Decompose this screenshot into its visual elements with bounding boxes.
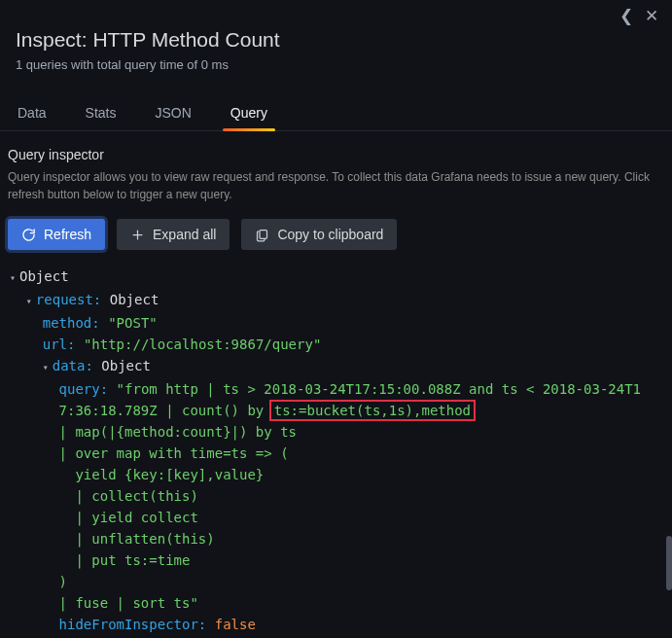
back-icon[interactable]: ❮ — [619, 8, 633, 24]
toggle-icon[interactable]: ▾ — [26, 291, 36, 312]
json-value: | over map with time=ts => ( — [59, 445, 289, 461]
json-key: request: — [36, 292, 101, 307]
json-viewer[interactable]: ▾Object ▾request: Object method: "POST" … — [0, 264, 672, 638]
json-value: | yield collect — [59, 510, 198, 525]
refresh-label: Refresh — [44, 227, 91, 242]
json-key: data: — [53, 358, 93, 373]
refresh-icon — [21, 228, 36, 242]
plus-icon — [130, 228, 145, 242]
json-key: url: — [43, 337, 76, 352]
expand-all-label: Expand all — [153, 227, 216, 242]
tab-query[interactable]: Query — [229, 99, 269, 130]
copy-button[interactable]: Copy to clipboard — [241, 219, 397, 250]
json-value: false — [215, 617, 256, 632]
svg-rect-2 — [260, 230, 267, 238]
refresh-button[interactable]: Refresh — [8, 219, 105, 250]
close-icon[interactable]: ✕ — [645, 8, 658, 24]
json-node: Object — [101, 358, 151, 373]
json-key: hideFromInspector: — [59, 617, 207, 632]
json-value: | unflatten(this) — [59, 531, 215, 547]
toggle-icon[interactable]: ▾ — [10, 267, 19, 289]
drawer-title: Inspect: HTTP Method Count — [16, 28, 656, 52]
highlighted-query-segment: ts:=bucket(ts,1s),method — [272, 403, 473, 418]
json-value: "from http | ts > 2018-03-24T17:15:00.08… — [117, 381, 641, 397]
inspector-description: Query inspector allows you to view raw r… — [0, 168, 672, 219]
json-value: | fuse | sort ts" — [59, 595, 198, 611]
inspector-title: Query inspector — [0, 147, 672, 168]
copy-label: Copy to clipboard — [277, 227, 383, 242]
json-key: query: — [59, 381, 109, 397]
tab-json[interactable]: JSON — [153, 99, 193, 130]
json-value: | collect(this) — [59, 488, 198, 504]
json-node: Object — [110, 292, 159, 307]
json-key: method: — [43, 315, 100, 331]
json-value: ) — [59, 574, 67, 589]
tab-stats[interactable]: Stats — [84, 99, 119, 130]
json-value: yield {key:[key],value} — [59, 467, 265, 482]
json-value: | map(|{method:count}|) by ts — [59, 424, 297, 440]
json-value: | put ts:=time — [59, 552, 191, 568]
toggle-icon[interactable]: ▾ — [43, 357, 53, 378]
drawer-subtitle: 1 queries with total query time of 0 ms — [16, 57, 656, 72]
tabs: Data Stats JSON Query — [0, 82, 672, 131]
expand-all-button[interactable]: Expand all — [117, 219, 230, 250]
json-node: Object — [19, 268, 69, 284]
json-value: "http://localhost:9867/query" — [84, 337, 321, 352]
tab-data[interactable]: Data — [16, 99, 49, 130]
json-value: "POST" — [108, 315, 158, 331]
scrollbar-thumb[interactable] — [666, 536, 672, 590]
clipboard-icon — [255, 228, 269, 242]
json-value: 7:36:18.789Z | count() by — [59, 403, 272, 418]
